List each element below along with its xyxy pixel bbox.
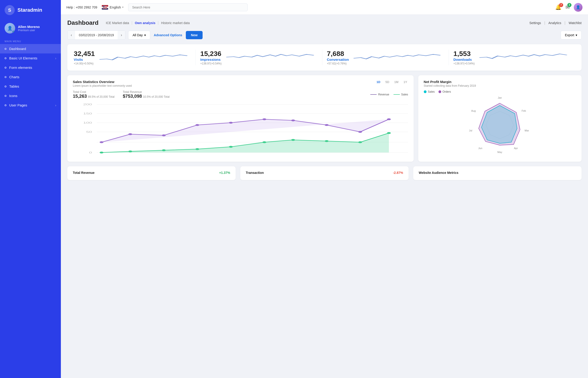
revenue-legend-icon bbox=[370, 94, 377, 95]
period-5d[interactable]: 5D bbox=[385, 80, 390, 84]
svg-marker-44 bbox=[479, 103, 520, 145]
help-text: Help : +050 2992 709 bbox=[66, 5, 97, 9]
svg-point-28 bbox=[262, 141, 266, 143]
net-profit-header: Net Profit Margin Started collecting dat… bbox=[424, 80, 576, 87]
total-cost-pct: 89.5% of 20,000 Total bbox=[88, 95, 115, 98]
allday-button[interactable]: All Day ▾ bbox=[128, 31, 150, 40]
dashboard-header: Dashboard ICE Market data Own analysis H… bbox=[67, 19, 582, 26]
stat-sparkline-impressions bbox=[226, 53, 317, 63]
svg-text:Apr: Apr bbox=[514, 147, 518, 149]
svg-point-24 bbox=[129, 150, 132, 152]
stat-card-conversation: 7,688 Conversation +57.62(+0.76%) bbox=[322, 50, 449, 65]
sidebar-item-label: Form elements bbox=[9, 66, 32, 69]
new-button[interactable]: New bbox=[186, 31, 202, 39]
advanced-options-button[interactable]: Advanced Options bbox=[153, 31, 183, 39]
svg-text:May: May bbox=[498, 151, 502, 153]
dashboard-title-area: Dashboard ICE Market data Own analysis H… bbox=[67, 19, 192, 26]
svg-point-20 bbox=[358, 131, 362, 133]
content-area: Dashboard ICE Market data Own analysis H… bbox=[61, 15, 588, 378]
stat-label: Visits bbox=[74, 58, 95, 61]
dashboard-tabs: ICE Market data Own analysis Historic ma… bbox=[103, 21, 192, 25]
tab-own-analysis[interactable]: Own analysis bbox=[132, 21, 158, 25]
bottom-card-title: Website Audience Metrics bbox=[419, 171, 459, 175]
main-content: Help : +050 2992 709 🇺🇸 English ▾ 🔔 7 ✉ … bbox=[61, 0, 588, 378]
search-input[interactable] bbox=[128, 3, 248, 11]
page-title: Dashboard bbox=[67, 19, 99, 26]
bottom-card-revenue: Total Revenue +1.37% bbox=[67, 166, 236, 180]
period-1m[interactable]: 1M bbox=[393, 80, 400, 84]
total-revenue-label: Total Revenue bbox=[123, 90, 170, 94]
svg-text:50: 50 bbox=[86, 131, 92, 133]
net-profit-card: Net Profit Margin Started collecting dat… bbox=[418, 75, 582, 162]
messages-button[interactable]: ✉ 3 bbox=[565, 4, 570, 10]
period-1d[interactable]: 1D bbox=[375, 80, 381, 84]
net-profit-title: Net Profit Margin bbox=[424, 80, 476, 84]
nav-dot bbox=[5, 48, 6, 50]
total-revenue-pct: 10.5% of 20,000 Total bbox=[143, 95, 170, 98]
user-avatar-button[interactable]: 👤 bbox=[574, 3, 583, 12]
sales-chart-card: Sales Statistics Overview Lorem ipsum is… bbox=[67, 75, 414, 162]
sidebar-item-dashboard[interactable]: Dashboard bbox=[0, 44, 61, 54]
stats-row: 32,451 Visits +14.00(+0.50%) 15,236 Impr… bbox=[67, 44, 582, 71]
sales-chart-header: Sales Statistics Overview Lorem ipsum is… bbox=[73, 80, 408, 87]
svg-text:Jun: Jun bbox=[478, 147, 482, 149]
stat-sparkline-conversation bbox=[354, 53, 444, 63]
settings-link[interactable]: Settings bbox=[530, 21, 541, 25]
date-next-button[interactable]: › bbox=[118, 31, 125, 40]
chevron-down-icon: ▾ bbox=[144, 33, 146, 37]
svg-point-14 bbox=[162, 135, 166, 136]
user-name: Allen Moreno bbox=[18, 25, 40, 29]
tab-ice-market[interactable]: ICE Market data bbox=[103, 21, 132, 25]
sidebar-item-charts[interactable]: Charts bbox=[0, 72, 61, 82]
tab-historic[interactable]: Historic market data bbox=[158, 21, 192, 25]
sidebar-item-tables[interactable]: Tables bbox=[0, 82, 61, 91]
sales-legend-icon bbox=[393, 94, 400, 95]
net-profit-subtitle: Started collecting data from February 20… bbox=[424, 84, 476, 87]
svg-point-19 bbox=[325, 124, 329, 126]
sales-chart-subtitle: Lorem ipsum is placeholder text commonly… bbox=[73, 84, 132, 87]
sidebar-item-label: Charts bbox=[9, 75, 19, 79]
date-prev-button[interactable]: ‹ bbox=[68, 31, 75, 40]
user-info: Allen Moreno Premium user bbox=[18, 25, 40, 32]
stat-sparkline-visits bbox=[100, 53, 191, 63]
notifications-button[interactable]: 🔔 7 bbox=[555, 4, 561, 10]
bottom-card-audience: Website Audience Metrics bbox=[413, 166, 582, 180]
sidebar-item-label: Basic UI Elements bbox=[9, 56, 37, 60]
stat-label: Impressions bbox=[200, 58, 222, 61]
sales-legend-dot bbox=[424, 90, 427, 93]
stat-value: 7,688 bbox=[327, 50, 349, 58]
sidebar-item-user-pages[interactable]: User Pages › bbox=[0, 100, 61, 110]
svg-point-16 bbox=[229, 122, 233, 124]
sidebar-item-icons[interactable]: Icons bbox=[0, 91, 61, 100]
total-revenue-value: $753,098 bbox=[123, 94, 142, 99]
chart-legend: Revenue Sales bbox=[370, 90, 408, 99]
analytics-link[interactable]: Analytics bbox=[548, 21, 561, 25]
bottom-card-header: Transaction -2.87% bbox=[246, 171, 403, 175]
export-button[interactable]: Export ▾ bbox=[561, 31, 582, 40]
svg-point-26 bbox=[195, 148, 199, 150]
bottom-card-transaction: Transaction -2.87% bbox=[240, 166, 409, 180]
svg-point-13 bbox=[129, 133, 132, 135]
stat-value: 1,553 bbox=[453, 50, 475, 58]
chevron-right-icon: › bbox=[55, 103, 56, 107]
sidebar: S Staradmin 👤 Allen Moreno Premium user … bbox=[0, 0, 61, 378]
main-chart: 200 150 100 50 0 bbox=[73, 102, 408, 157]
sidebar-item-form[interactable]: Form elements bbox=[0, 63, 61, 72]
watchlist-link[interactable]: Watchlist bbox=[569, 21, 582, 25]
revenue-legend-label: Revenue bbox=[378, 93, 389, 96]
svg-text:Jul: Jul bbox=[469, 129, 472, 132]
sidebar-item-label: Dashboard bbox=[9, 47, 26, 51]
nav-dot bbox=[5, 104, 6, 106]
bottom-card-title: Transaction bbox=[246, 171, 264, 175]
bottom-row: Total Revenue +1.37% Transaction -2.87% … bbox=[67, 166, 582, 180]
stat-change: +14.00(+0.50%) bbox=[74, 62, 95, 65]
topbar: Help : +050 2992 709 🇺🇸 English ▾ 🔔 7 ✉ … bbox=[61, 0, 588, 15]
svg-text:100: 100 bbox=[83, 121, 92, 124]
sidebar-item-label: Icons bbox=[9, 94, 17, 98]
sidebar-item-basic-ui[interactable]: Basic UI Elements › bbox=[0, 54, 61, 63]
svg-point-27 bbox=[229, 146, 233, 148]
language-selector[interactable]: 🇺🇸 English ▾ bbox=[102, 5, 124, 10]
period-1y[interactable]: 1Y bbox=[403, 80, 408, 84]
bottom-card-title: Total Revenue bbox=[73, 171, 95, 175]
stat-value: 15,236 bbox=[200, 50, 222, 58]
